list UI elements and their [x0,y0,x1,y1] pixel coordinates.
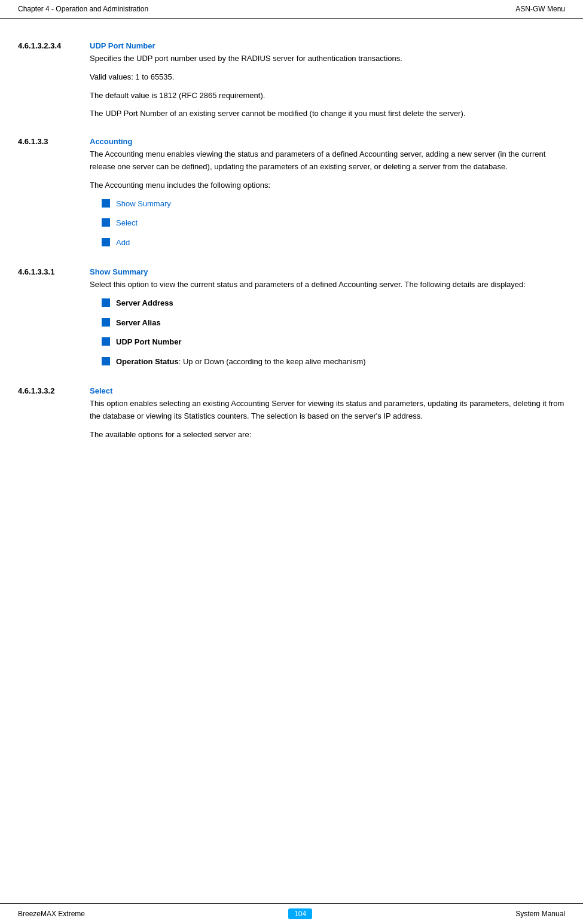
header-right: ASN-GW Menu [515,5,565,13]
section-46132-heading: 4.6.1.3.2.3.4 UDP Port Number [18,41,565,50]
page-footer: BreezeMAX Extreme 104 System Manual [0,903,583,924]
section-461331-heading: 4.6.1.3.3.1 Show Summary [18,267,565,276]
section-461331-title: Show Summary [90,267,148,276]
bullet-server-alias: Server Alias [116,317,161,330]
bullet-icon [102,337,110,346]
bullet-udp-port: UDP Port Number [116,336,182,349]
section-46132-para-3: The UDP Port Number of an existing serve… [90,108,565,120]
bullet-text-show-summary: Show Summary [116,198,171,211]
accounting-bullet-list: Show Summary Select Add [90,198,565,249]
show-summary-bullet-list: Server Address Server Alias UDP Port Num… [90,297,565,368]
section-46132-para-0: Specifies the UDP port number used by th… [90,53,565,65]
page-content: 4.6.1.3.2.3.4 UDP Port Number Specifies … [0,19,583,489]
section-461332-para-0: This option enables selecting an existin… [90,398,565,423]
section-461331-number: 4.6.1.3.3.1 [18,267,90,276]
section-461332-body: This option enables selecting an existin… [18,398,565,447]
bullet-server-address: Server Address [116,297,173,310]
section-4613-para-0: The Accounting menu enables viewing the … [90,148,565,173]
bullet-text-add: Add [116,237,130,249]
list-item: Show Summary [90,198,565,211]
footer-right: System Manual [515,910,565,918]
list-item: Operation Status: Up or Down (according … [90,356,565,368]
bullet-icon [102,318,110,327]
section-46132-body: Specifies the UDP port number used by th… [18,53,565,126]
list-item: Add [90,237,565,249]
section-4613-number: 4.6.1.3.3 [18,137,90,146]
list-item: Server Alias [90,317,565,330]
section-4613-body: The Accounting menu enables viewing the … [18,148,565,257]
section-4613-para-1: The Accounting menu includes the followi… [90,179,565,192]
section-4613-heading: 4.6.1.3.3 Accounting [18,137,565,146]
bullet-icon [102,357,110,365]
section-46132-number: 4.6.1.3.2.3.4 [18,41,90,50]
bullet-operation-status: Operation Status: Up or Down (according … [116,356,366,368]
bullet-icon [102,218,110,227]
section-46132-para-2: The default value is 1812 (RFC 2865 requ… [90,90,565,102]
footer-left: BreezeMAX Extreme [18,910,85,918]
bullet-icon [102,238,110,246]
header-left: Chapter 4 - Operation and Administration [18,5,148,13]
section-461332-para-1: The available options for a selected ser… [90,429,565,441]
page-header: Chapter 4 - Operation and Administration… [0,0,583,19]
footer-page-number: 104 [288,908,312,919]
section-461332-heading: 4.6.1.3.3.2 Select [18,386,565,395]
section-461331-para-0: Select this option to view the current s… [90,279,565,291]
list-item: Select [90,217,565,230]
section-46132-para-1: Valid values: 1 to 65535. [90,71,565,84]
list-item: Server Address [90,297,565,310]
bullet-icon [102,298,110,307]
section-461331-body: Select this option to view the current s… [18,279,565,376]
section-461332-number: 4.6.1.3.3.2 [18,386,90,395]
section-46132-title: UDP Port Number [90,41,155,50]
list-item: UDP Port Number [90,336,565,349]
section-461332-title: Select [90,386,112,395]
section-4613-title: Accounting [90,137,133,146]
bullet-icon [102,199,110,208]
bullet-text-select: Select [116,217,138,230]
